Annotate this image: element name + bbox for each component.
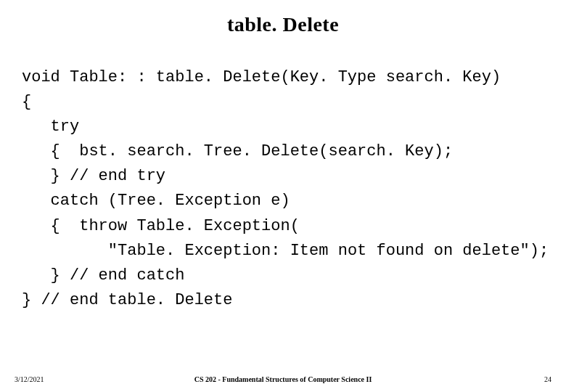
footer-course: CS 202 - Fundamental Structures of Compu… — [0, 375, 566, 383]
footer-page-number: 24 — [544, 375, 551, 383]
slide-title: table. Delete — [0, 13, 566, 36]
slide: table. Delete void Table: : table. Delet… — [0, 0, 566, 392]
code-block: void Table: : table. Delete(Key. Type se… — [22, 65, 551, 313]
